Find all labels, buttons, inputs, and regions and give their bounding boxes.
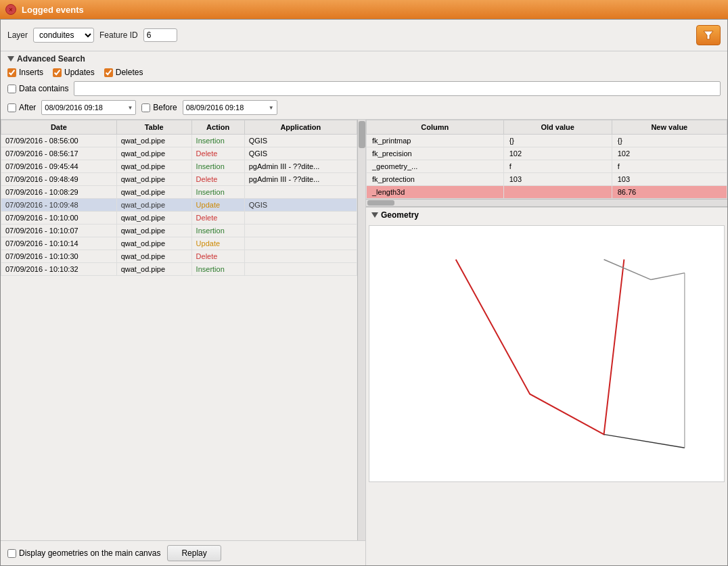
geometry-collapse-icon	[371, 212, 378, 218]
event-action: Delete	[191, 250, 244, 263]
layer-select[interactable]: conduites	[33, 28, 94, 43]
advanced-search-header[interactable]: Advanced Search	[7, 54, 721, 64]
before-checkbox-label[interactable]: Before	[141, 103, 177, 112]
detail-old-value: {}	[503, 135, 612, 147]
svg-marker-0	[704, 31, 713, 39]
svg-line-1	[604, 260, 652, 280]
detail-row[interactable]: _geometry_... f f	[367, 160, 727, 173]
event-action: Insertion	[191, 186, 244, 199]
svg-line-2	[651, 273, 685, 280]
after-checkbox-label[interactable]: After	[7, 103, 36, 112]
detail-column: fk_precision	[367, 147, 504, 160]
detail-old-value	[503, 186, 612, 199]
event-type-checkboxes: Inserts Updates Deletes	[7, 68, 721, 77]
table-row[interactable]: 07/09/2016 - 09:48:49 qwat_od.pipe Delet…	[1, 173, 357, 186]
display-geometries-checkbox[interactable]	[7, 549, 16, 558]
deletes-checkbox-label[interactable]: Deletes	[104, 68, 143, 77]
date-filter-row: After 08/09/2016 09:18 ▼ Before 08/09/20…	[7, 100, 721, 115]
details-scrollbar-thumb[interactable]	[367, 200, 394, 206]
toolbar-row: Layer conduites Feature ID	[1, 20, 727, 51]
before-date-value: 08/09/2016 09:18	[186, 103, 266, 112]
geometry-section: Geometry	[366, 207, 727, 485]
detail-column: fk_protection	[367, 173, 504, 186]
advanced-search-title: Advanced Search	[17, 54, 85, 64]
event-application	[244, 237, 357, 250]
data-contains-checkbox-label[interactable]: Data contains	[7, 84, 68, 93]
table-row[interactable]: 07/09/2016 - 08:56:00 qwat_od.pipe Inser…	[1, 135, 357, 147]
event-date: 07/09/2016 - 08:56:00	[1, 135, 117, 147]
inserts-checkbox-label[interactable]: Inserts	[7, 68, 43, 77]
detail-row[interactable]: _length3d 86.76	[367, 186, 727, 199]
event-table: qwat_od.pipe	[116, 225, 191, 237]
table-row[interactable]: 07/09/2016 - 10:09:48 qwat_od.pipe Updat…	[1, 199, 357, 212]
table-row[interactable]: 07/09/2016 - 10:10:30 qwat_od.pipe Delet…	[1, 250, 357, 263]
event-application: QGIS	[244, 135, 357, 147]
events-table: Date Table Action Application 07/09/2016…	[1, 120, 357, 276]
data-contains-input[interactable]	[74, 81, 721, 96]
deletes-checkbox[interactable]	[104, 68, 113, 77]
table-row[interactable]: 07/09/2016 - 10:10:07 qwat_od.pipe Inser…	[1, 225, 357, 237]
data-contains-checkbox[interactable]	[7, 85, 16, 93]
advanced-search-section: Advanced Search Inserts Updates Deletes	[1, 51, 727, 120]
detail-row[interactable]: fk_precision 102 102	[367, 147, 727, 160]
feature-id-label: Feature ID	[99, 30, 138, 40]
detail-column: _length3d	[367, 186, 504, 199]
detail-row[interactable]: fk_printmap {} {}	[367, 135, 727, 147]
after-date-input[interactable]: 08/09/2016 09:18 ▼	[41, 100, 136, 115]
table-row[interactable]: 07/09/2016 - 10:08:29 qwat_od.pipe Inser…	[1, 186, 357, 199]
col-action: Action	[191, 120, 244, 135]
col-table: Table	[116, 120, 191, 135]
updates-checkbox[interactable]	[53, 68, 62, 77]
event-date: 07/09/2016 - 10:10:32	[1, 263, 117, 276]
close-button[interactable]: ×	[5, 4, 16, 15]
events-scrollbar[interactable]	[357, 120, 365, 540]
data-contains-row: Data contains	[7, 81, 721, 96]
updates-checkbox-label[interactable]: Updates	[53, 68, 95, 77]
title-bar: × Logged events	[0, 0, 728, 19]
detail-new-value: 86.76	[612, 186, 727, 199]
event-date: 07/09/2016 - 10:09:48	[1, 199, 117, 212]
table-row[interactable]: 07/09/2016 - 09:45:44 qwat_od.pipe Inser…	[1, 160, 357, 173]
detail-column: fk_printmap	[367, 135, 504, 147]
filter-button[interactable]	[696, 25, 721, 45]
table-row[interactable]: 07/09/2016 - 10:10:32 qwat_od.pipe Inser…	[1, 263, 357, 276]
details-scrollbar[interactable]	[366, 199, 727, 207]
event-date: 07/09/2016 - 10:10:14	[1, 237, 117, 250]
event-table: qwat_od.pipe	[116, 160, 191, 173]
table-row[interactable]: 07/09/2016 - 08:56:17 qwat_od.pipe Delet…	[1, 147, 357, 160]
events-table-scroll: Date Table Action Application 07/09/2016…	[1, 120, 365, 540]
event-action: Delete	[191, 147, 244, 160]
event-action: Insertion	[191, 225, 244, 237]
event-application: QGIS	[244, 199, 357, 212]
event-application	[244, 186, 357, 199]
event-table: qwat_od.pipe	[116, 186, 191, 199]
geometry-header[interactable]: Geometry	[366, 208, 727, 222]
right-panel: Column Old value New value fk_printmap {…	[366, 120, 727, 565]
event-action: Insertion	[191, 263, 244, 276]
detail-new-value: {}	[612, 135, 727, 147]
filter-icon	[702, 29, 714, 41]
inserts-checkbox[interactable]	[7, 68, 16, 77]
details-table-wrap: Column Old value New value fk_printmap {…	[366, 120, 727, 199]
event-date: 07/09/2016 - 08:56:17	[1, 147, 117, 160]
table-row[interactable]: 07/09/2016 - 10:10:14 qwat_od.pipe Updat…	[1, 237, 357, 250]
display-geometries-label[interactable]: Display geometries on the main canvas	[7, 548, 160, 558]
replay-button[interactable]: Replay	[167, 545, 221, 561]
detail-col-old: Old value	[503, 120, 612, 135]
event-action: Delete	[191, 173, 244, 186]
detail-new-value: f	[612, 160, 727, 173]
col-application: Application	[244, 120, 357, 135]
detail-row[interactable]: fk_protection 103 103	[367, 173, 727, 186]
window-title: Logged events	[22, 5, 84, 15]
events-scrollbar-thumb[interactable]	[359, 121, 365, 148]
before-checkbox[interactable]	[141, 103, 150, 112]
feature-id-input[interactable]	[143, 28, 177, 42]
table-row[interactable]: 07/09/2016 - 10:10:00 qwat_od.pipe Delet…	[1, 212, 357, 225]
left-panel: Date Table Action Application 07/09/2016…	[1, 120, 366, 565]
after-date-value: 08/09/2016 09:18	[45, 103, 124, 112]
after-checkbox[interactable]	[7, 103, 16, 112]
before-date-input[interactable]: 08/09/2016 09:18 ▼	[183, 100, 277, 115]
event-action: Update	[191, 199, 244, 212]
event-application	[244, 250, 357, 263]
layer-label: Layer	[7, 30, 28, 40]
